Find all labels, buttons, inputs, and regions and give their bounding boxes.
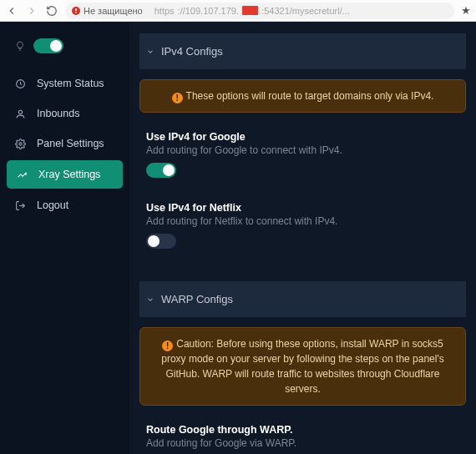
toggle-ipv4-google[interactable]: [146, 163, 176, 178]
alert-text: Caution: Before using these options, ins…: [161, 338, 443, 395]
option-desc: Add routing for Netflix to connect with …: [139, 215, 466, 234]
browser-chrome: Не защищено https ://109.107.179. 00 :54…: [0, 0, 476, 22]
chevron-down-icon: [146, 48, 154, 56]
dashboard-icon: [15, 78, 27, 89]
sidebar-item-status[interactable]: System Status: [0, 68, 129, 98]
logout-icon: [15, 200, 27, 211]
address-bar[interactable]: Не защищено https ://109.107.179. 00 :54…: [65, 3, 454, 19]
warning-icon: !: [172, 93, 183, 103]
sidebar-item-inbounds[interactable]: Inbounds: [0, 98, 129, 129]
url-suffix: :54321/mysecreturl/...: [261, 6, 350, 16]
sidebar-item-logout[interactable]: Logout: [0, 190, 129, 220]
option-title: Use IPv4 for Netflix: [139, 199, 466, 215]
theme-toggle[interactable]: [33, 38, 63, 53]
xray-icon: [17, 169, 28, 180]
lightbulb-icon: [15, 40, 25, 52]
warning-icon: !: [162, 340, 173, 351]
not-secure-label: Не защищено: [84, 6, 143, 16]
sidebar-item-label: System Status: [37, 78, 104, 89]
sidebar-item-label: Xray Settings: [38, 169, 100, 180]
reload-button[interactable]: [45, 4, 58, 18]
sidebar-item-panel[interactable]: Panel Settings: [0, 129, 129, 159]
back-button[interactable]: [5, 4, 18, 18]
section-title: WARP Configs: [161, 293, 233, 305]
forward-button[interactable]: [25, 4, 38, 18]
sidebar-item-xray[interactable]: Xray Settings: [7, 160, 123, 189]
option-title: Route Google through WARP.: [139, 421, 466, 437]
alert-warp: !Caution: Before using these options, in…: [139, 327, 466, 406]
section-header-warp[interactable]: WARP Configs: [139, 281, 466, 317]
chevron-down-icon: [146, 295, 154, 304]
sidebar-item-label: Inbounds: [37, 108, 79, 119]
gear-icon: [15, 139, 27, 149]
bookmark-star-icon[interactable]: ★: [461, 4, 471, 17]
sidebar-item-label: Logout: [37, 199, 68, 211]
svg-rect-2: [75, 12, 76, 13]
svg-point-4: [18, 110, 22, 114]
sidebar: System Status Inbounds Panel Settings Xr…: [0, 22, 129, 454]
section-title: IPv4 Configs: [161, 45, 223, 58]
option-desc: Add routing for Google via WARP.: [139, 437, 466, 454]
option-title: Use IPv4 for Google: [139, 128, 466, 144]
url-scheme: https: [154, 6, 175, 16]
user-icon: [15, 108, 27, 119]
url-redacted: 00: [242, 6, 258, 15]
alert-ipv4: !These options will route to target doma…: [139, 79, 466, 113]
svg-rect-1: [75, 8, 76, 11]
option-desc: Add routing for Google to connect with I…: [139, 144, 466, 163]
section-header-ipv4[interactable]: IPv4 Configs: [139, 33, 466, 69]
url-host: ://109.107.179.: [178, 6, 239, 16]
svg-point-5: [19, 142, 22, 144]
main-content: IPv4 Configs !These options will route t…: [129, 22, 476, 454]
toggle-ipv4-netflix[interactable]: [146, 234, 176, 249]
alert-text: These options will route to target domai…: [186, 90, 434, 102]
sidebar-item-label: Panel Settings: [37, 138, 104, 149]
not-secure-icon: [72, 7, 80, 15]
